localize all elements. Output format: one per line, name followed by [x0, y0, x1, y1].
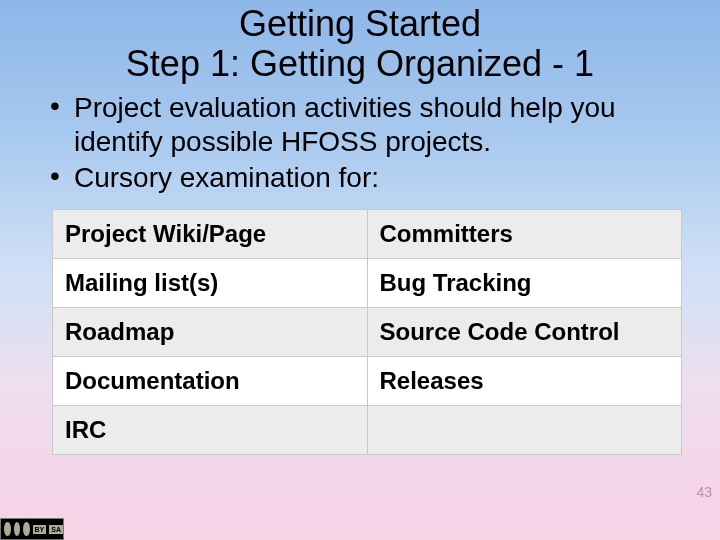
table-cell: Source Code Control — [367, 308, 682, 357]
title-line-1: Getting Started — [239, 3, 481, 44]
by-icon — [14, 522, 21, 536]
table-row: Documentation Releases — [53, 357, 682, 406]
table-cell: Mailing list(s) — [53, 259, 368, 308]
cc-license-badge: BY SA — [0, 518, 64, 540]
table-cell: Project Wiki/Page — [53, 210, 368, 259]
title-line-2: Step 1: Getting Organized - 1 — [126, 43, 594, 84]
slide-title: Getting Started Step 1: Getting Organize… — [0, 0, 720, 85]
table-cell — [367, 406, 682, 455]
sa-icon — [23, 522, 30, 536]
table-cell: Releases — [367, 357, 682, 406]
bullet-item: Project evaluation activities should hel… — [50, 91, 690, 159]
table-cell: Bug Tracking — [367, 259, 682, 308]
table-cell: Documentation — [53, 357, 368, 406]
by-label: BY — [33, 525, 47, 534]
page-number: 43 — [696, 484, 712, 500]
examination-table: Project Wiki/Page Committers Mailing lis… — [52, 209, 682, 455]
bullet-item: Cursory examination for: — [50, 161, 690, 195]
table-row: Project Wiki/Page Committers — [53, 210, 682, 259]
table-row: Roadmap Source Code Control — [53, 308, 682, 357]
table-cell: Roadmap — [53, 308, 368, 357]
slide: Getting Started Step 1: Getting Organize… — [0, 0, 720, 540]
table-row: IRC — [53, 406, 682, 455]
table-cell: IRC — [53, 406, 368, 455]
cc-icon — [4, 522, 11, 536]
slide-body: Project evaluation activities should hel… — [0, 85, 720, 195]
table-row: Mailing list(s) Bug Tracking — [53, 259, 682, 308]
sa-label: SA — [49, 525, 63, 534]
bullet-list: Project evaluation activities should hel… — [30, 91, 690, 195]
table-cell: Committers — [367, 210, 682, 259]
